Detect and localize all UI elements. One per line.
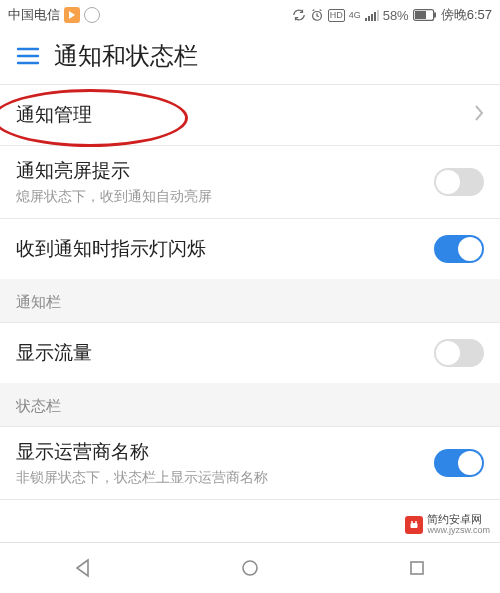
svg-rect-8 [434,13,436,18]
toggle-wake-on-notification[interactable] [434,168,484,196]
svg-point-17 [243,561,257,575]
row-label: 通知亮屏提示 [16,158,212,184]
nav-home-button[interactable] [220,548,280,588]
toggle-show-traffic[interactable] [434,339,484,367]
row-label: 收到通知时指示灯闪烁 [16,236,206,262]
nav-back-button[interactable] [53,548,113,588]
navigation-bar [0,542,500,593]
alarm-icon [310,8,324,22]
svg-rect-6 [377,10,379,21]
clock-label: 傍晚6:57 [441,6,492,24]
menu-button[interactable] [8,36,48,76]
status-bar: 中国电信 HD 4G 58% 傍晚6:57 [0,0,500,28]
watermark-text: 简约安卓网 [427,514,490,526]
chevron-right-icon [474,104,484,126]
row-sublabel: 非锁屏状态下，状态栏上显示运营商名称 [16,469,268,487]
svg-rect-4 [371,14,373,21]
watermark: 简约安卓网 www.jyzsw.com [401,512,494,537]
title-bar: 通知和状态栏 [0,28,500,84]
sync-icon [292,8,306,22]
status-right: HD 4G 58% 傍晚6:57 [292,6,492,24]
row-notification-management[interactable]: 通知管理 [0,84,500,146]
carrier-label: 中国电信 [8,6,60,24]
row-label: 通知管理 [16,102,92,128]
row-show-carrier[interactable]: 显示运营商名称 非锁屏状态下，状态栏上显示运营商名称 [0,427,500,500]
settings-screen: 中国电信 HD 4G 58% 傍晚6:57 [0,0,500,593]
row-sublabel: 熄屏状态下，收到通知自动亮屏 [16,188,212,206]
notification-dot-icon [84,7,100,23]
row-label: 显示运营商名称 [16,439,268,465]
row-led-blink[interactable]: 收到通知时指示灯闪烁 [0,219,500,279]
watermark-url: www.jyzsw.com [427,526,490,535]
svg-marker-0 [69,11,75,19]
toggle-show-carrier[interactable] [434,449,484,477]
svg-rect-9 [415,11,426,19]
battery-pct: 58% [383,8,409,23]
svg-rect-2 [365,18,367,21]
row-wake-on-notification[interactable]: 通知亮屏提示 熄屏状态下，收到通知自动亮屏 [0,146,500,219]
svg-point-13 [411,521,413,523]
battery-icon [413,9,437,21]
svg-rect-3 [368,16,370,21]
svg-point-14 [415,521,417,523]
nav-recent-button[interactable] [387,548,447,588]
page-title: 通知和状态栏 [54,40,198,72]
row-label: 显示流量 [16,340,92,366]
status-left: 中国电信 [8,6,100,24]
toggle-led-blink[interactable] [434,235,484,263]
app-badge-icon [64,7,80,23]
row-show-traffic[interactable]: 显示流量 [0,323,500,383]
section-header-status-bar: 状态栏 [0,383,500,427]
network-icon: 4G [349,10,361,20]
svg-rect-5 [374,12,376,21]
svg-marker-16 [77,560,88,576]
section-header-notify-bar: 通知栏 [0,279,500,323]
settings-list: 通知管理 通知亮屏提示 熄屏状态下，收到通知自动亮屏 收到通知时指示灯闪烁 通知… [0,84,500,500]
svg-rect-15 [411,523,418,528]
watermark-logo-icon [405,516,423,534]
svg-rect-18 [411,562,423,574]
signal-icon [365,9,379,21]
hd-icon: HD [328,9,345,22]
